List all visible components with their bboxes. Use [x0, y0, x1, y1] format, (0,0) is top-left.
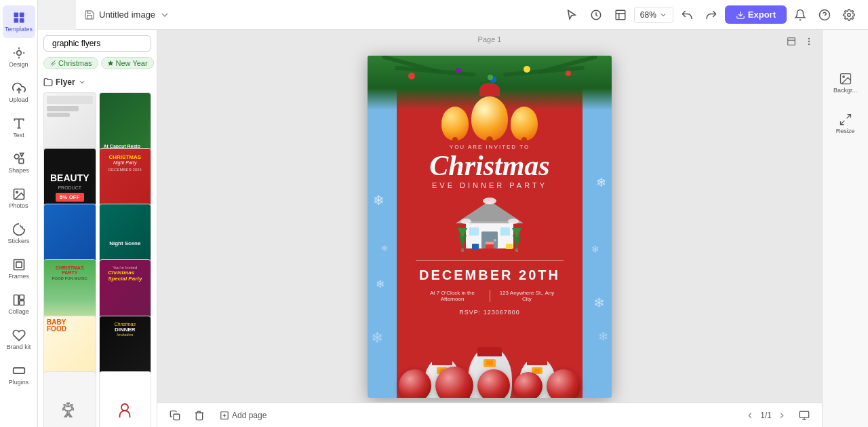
- svg-marker-10: [20, 153, 23, 157]
- filter-tag-christmas[interactable]: Christmas: [43, 57, 98, 69]
- house-illustration: [449, 198, 530, 252]
- svg-rect-9: [19, 159, 24, 164]
- search-bar[interactable]: [43, 35, 151, 52]
- svg-point-66: [842, 76, 844, 78]
- sidebar-item-frames[interactable]: Frames: [3, 253, 35, 285]
- svg-point-47: [508, 219, 519, 224]
- zoom-control[interactable]: 68%: [634, 7, 673, 23]
- document-title[interactable]: Untitled image: [84, 10, 170, 20]
- svg-point-12: [16, 191, 17, 193]
- sidebar-item-templates[interactable]: Templates: [3, 5, 35, 38]
- canvas-container: Untitled image 68%: [38, 0, 868, 427]
- rsvp-text: RSVP: 123067800: [459, 309, 520, 316]
- page-label: Page 1: [478, 35, 502, 43]
- present-mode-btn[interactable]: [795, 406, 814, 425]
- notifications-btn[interactable]: [789, 4, 811, 26]
- svg-rect-16: [19, 295, 24, 300]
- divider-1: [416, 260, 564, 261]
- prev-page-btn[interactable]: [743, 408, 757, 423]
- svg-point-35: [808, 38, 809, 39]
- top-bar: Untitled image 68%: [76, 0, 868, 30]
- layout-btn[interactable]: [610, 4, 631, 26]
- svg-rect-58: [174, 414, 180, 420]
- svg-rect-3: [19, 18, 24, 23]
- svg-point-32: [121, 404, 128, 411]
- svg-rect-55: [486, 242, 494, 244]
- background-btn[interactable]: Backgr...: [828, 65, 863, 100]
- page-more-btn[interactable]: [802, 34, 816, 49]
- right-panel: Backgr... Resize: [822, 30, 868, 427]
- template-thumb-12[interactable]: [99, 371, 152, 427]
- santa-icon: [115, 401, 135, 421]
- date-text: DECEMBER 20TH: [419, 267, 560, 283]
- redo-btn[interactable]: [701, 4, 722, 26]
- sidebar-item-shapes[interactable]: Shapes: [3, 147, 35, 179]
- content-wrapper: Christmas New Year More Flyer: [38, 30, 868, 427]
- export-button[interactable]: Export: [725, 5, 787, 24]
- help-btn[interactable]: [814, 4, 835, 26]
- resize-btn[interactable]: Resize: [828, 106, 863, 141]
- flyer-category-header[interactable]: Flyer: [38, 75, 157, 90]
- flyer-text-content: YOU ARE INVITED TO Christmas EVE DINNER …: [397, 144, 583, 320]
- svg-rect-50: [461, 248, 464, 252]
- svg-rect-57: [506, 244, 513, 249]
- page-nav-label: 1/1: [760, 411, 772, 420]
- chevron-down-icon: [159, 10, 170, 20]
- app: Templates Design Upload Text Shapes Phot…: [0, 0, 868, 427]
- copy-page-btn[interactable]: [165, 406, 184, 425]
- flyer-canvas[interactable]: ❄ ❄ ❄ ❄ ❄ ❄ ❄ ❄: [368, 56, 612, 398]
- export-label: Export: [748, 10, 776, 20]
- page-options-btn[interactable]: [784, 34, 799, 49]
- document-name: Untitled image: [99, 10, 155, 20]
- address-detail: 123 Anywhere St., Any City: [490, 290, 564, 302]
- main-canvas-area: Page 1: [157, 30, 822, 427]
- deer-icon: [60, 401, 80, 421]
- svg-rect-15: [14, 295, 18, 305]
- history-btn[interactable]: [585, 4, 607, 26]
- add-page-btn[interactable]: Add page: [214, 408, 272, 423]
- svg-point-25: [848, 13, 851, 16]
- template-thumb-11[interactable]: [43, 371, 96, 427]
- svg-point-42: [494, 239, 496, 242]
- eve-dinner-subtitle: EVE DINNER PARTY: [432, 181, 547, 189]
- next-page-btn[interactable]: [774, 408, 789, 423]
- svg-rect-13: [14, 260, 24, 270]
- sidebar-item-text[interactable]: Text: [3, 111, 35, 144]
- svg-point-4: [16, 51, 21, 56]
- invited-text: YOU ARE INVITED TO: [450, 144, 530, 150]
- svg-line-68: [840, 121, 844, 125]
- red-ornament-balls: [368, 369, 612, 398]
- sidebar-item-plugins[interactable]: Plugins: [3, 358, 35, 391]
- svg-point-8: [14, 154, 19, 159]
- filter-tag-newyear[interactable]: New Year: [101, 57, 154, 69]
- svg-rect-1: [19, 13, 24, 18]
- background-icon: [839, 72, 852, 86]
- svg-point-36: [808, 41, 809, 41]
- chevron-down-icon: [659, 11, 667, 19]
- sidebar-item-stickers[interactable]: Stickers: [3, 217, 35, 250]
- settings-btn[interactable]: [838, 4, 860, 26]
- christmas-title: Christmas: [429, 151, 549, 180]
- resize-label: Resize: [836, 128, 855, 134]
- sidebar-item-brand-kit[interactable]: Brand kit: [3, 323, 35, 356]
- zoom-value: 68%: [640, 10, 656, 20]
- svg-rect-14: [16, 262, 21, 267]
- delete-page-btn[interactable]: [190, 406, 209, 425]
- svg-line-67: [846, 115, 850, 119]
- svg-rect-33: [788, 38, 795, 45]
- svg-rect-43: [469, 227, 479, 236]
- sidebar-item-design[interactable]: Design: [3, 41, 35, 73]
- folder-icon: [43, 77, 53, 87]
- time-detail: At 7 O'Clock in the Afternoon: [416, 290, 490, 302]
- flyer-label: Flyer: [56, 77, 75, 87]
- search-input[interactable]: [52, 39, 154, 48]
- sidebar-item-photos[interactable]: Photos: [3, 182, 35, 215]
- sidebar-item-upload[interactable]: Upload: [3, 76, 35, 109]
- select-tool-btn[interactable]: [561, 4, 583, 26]
- sidebar-item-collage[interactable]: Collage: [3, 288, 35, 320]
- svg-rect-0: [14, 13, 18, 18]
- add-page-label: Add page: [232, 411, 267, 420]
- undo-btn[interactable]: [676, 4, 698, 26]
- template-grid: RESTAURANT At Capcut Resto123 Anywhere S…: [38, 90, 157, 427]
- chevron-down-icon: [78, 78, 86, 86]
